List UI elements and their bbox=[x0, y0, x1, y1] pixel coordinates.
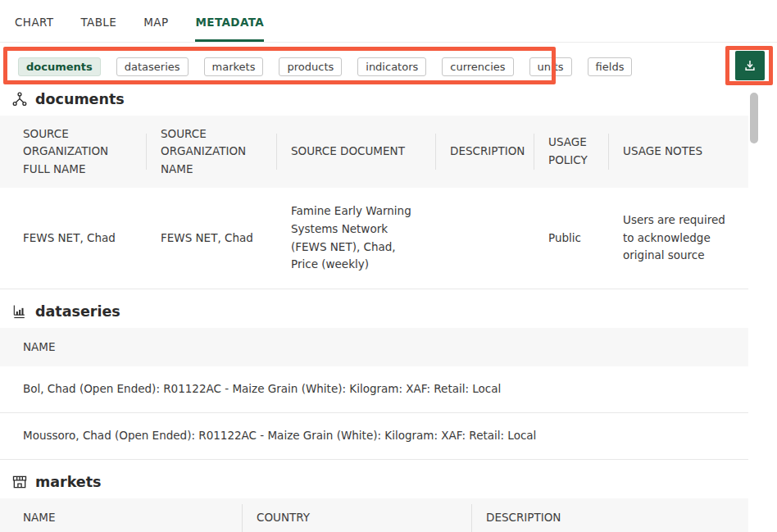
table-cell: FEWS NET, Chad bbox=[0, 188, 146, 289]
column-header: DESCRIPTION bbox=[435, 116, 534, 188]
download-button[interactable] bbox=[735, 51, 765, 80]
pill-documents[interactable]: documents bbox=[18, 57, 101, 76]
category-pills-row: documents dataseries markets products in… bbox=[18, 56, 777, 77]
column-header: SOURCE ORGANIZATION FULL NAME bbox=[0, 116, 146, 188]
pill-products[interactable]: products bbox=[279, 57, 342, 76]
table-cell: FEWS NET, Chad bbox=[146, 188, 276, 289]
table-cell: Public bbox=[534, 188, 608, 289]
column-header: NAME bbox=[0, 498, 242, 532]
table-cell bbox=[435, 188, 534, 289]
column-header: COUNTRY bbox=[242, 498, 471, 532]
column-header: NAME bbox=[0, 328, 748, 366]
documents-table-header: SOURCE ORGANIZATION FULL NAME SOURCE ORG… bbox=[0, 116, 748, 188]
section-dataseries: dataseries NAME Bol, Chad (Open Ended): … bbox=[0, 289, 748, 460]
table-cell: Users are required to acknowledge origin… bbox=[608, 188, 748, 289]
column-header: SOURCE ORGANIZATION NAME bbox=[146, 116, 276, 188]
pill-fields[interactable]: fields bbox=[588, 57, 633, 76]
section-documents: documents SOURCE ORGANIZATION FULL NAME … bbox=[0, 77, 748, 289]
markets-table-header: NAME COUNTRY DESCRIPTION bbox=[0, 498, 748, 532]
tab-chart[interactable]: CHART bbox=[15, 4, 53, 42]
dataseries-table-row: Bol, Chad (Open Ended): R01122AC - Maize… bbox=[0, 366, 748, 413]
section-markets: markets NAME COUNTRY DESCRIPTION bbox=[0, 460, 748, 532]
pill-currencies[interactable]: currencies bbox=[442, 57, 513, 76]
tab-metadata[interactable]: METADATA bbox=[195, 4, 264, 42]
table-cell: Bol, Chad (Open Ended): R01122AC - Maize… bbox=[0, 366, 748, 412]
scrollbar[interactable] bbox=[750, 89, 758, 532]
section-title: dataseries bbox=[35, 303, 120, 320]
section-title: markets bbox=[35, 474, 102, 490]
pill-dataseries[interactable]: dataseries bbox=[116, 57, 189, 76]
section-title: documents bbox=[35, 91, 125, 107]
table-cell: Moussoro, Chad (Open Ended): R01122AC - … bbox=[0, 413, 748, 459]
dataseries-table-row: Moussoro, Chad (Open Ended): R01122AC - … bbox=[0, 413, 748, 460]
metadata-content: documents SOURCE ORGANIZATION FULL NAME … bbox=[0, 77, 748, 532]
metadata-page: CHART TABLE MAP METADATA documents datas… bbox=[0, 0, 777, 532]
column-header: USAGE NOTES bbox=[608, 116, 748, 188]
tab-table[interactable]: TABLE bbox=[80, 4, 116, 42]
hub-icon bbox=[11, 91, 28, 107]
bar-chart-icon bbox=[11, 303, 28, 320]
column-header: USAGE POLICY bbox=[534, 116, 608, 188]
pill-indicators[interactable]: indicators bbox=[357, 57, 426, 76]
table-cell: Famine Early Warning Systems Network (FE… bbox=[276, 188, 435, 289]
documents-table-row: FEWS NET, Chad FEWS NET, Chad Famine Ear… bbox=[0, 188, 748, 289]
column-header: DESCRIPTION bbox=[471, 498, 748, 532]
dataseries-table-header: NAME bbox=[0, 328, 748, 366]
pill-markets[interactable]: markets bbox=[204, 57, 264, 76]
scrollbar-thumb[interactable] bbox=[750, 93, 758, 143]
download-icon bbox=[743, 58, 757, 73]
column-header: SOURCE DOCUMENT bbox=[276, 116, 435, 188]
tab-map[interactable]: MAP bbox=[143, 4, 168, 42]
pill-units[interactable]: units bbox=[529, 57, 572, 76]
tab-bar: CHART TABLE MAP METADATA bbox=[0, 0, 777, 43]
storefront-icon bbox=[11, 474, 28, 490]
